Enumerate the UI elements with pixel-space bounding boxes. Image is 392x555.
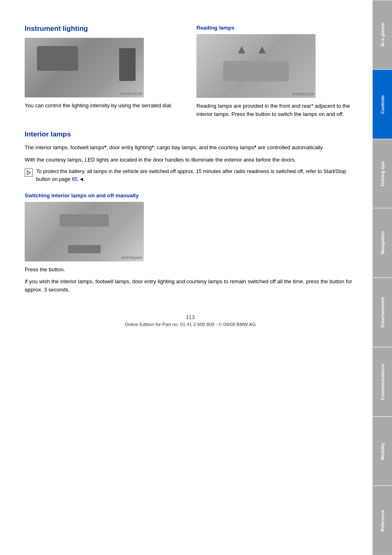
switching-lamps-title: Switching interior lamps on and off manu… — [25, 192, 356, 199]
instrument-lighting-image: W02RC2C06 — [25, 38, 144, 97]
sidebar-tab-controls-label: Controls — [380, 95, 385, 113]
right-sidebar: At a glance Controls Driving tips Naviga… — [372, 0, 392, 555]
page-footer: 113 Online Edition for Part no. 01 41 2 … — [25, 310, 356, 327]
sidebar-tab-reference[interactable]: Reference — [373, 486, 392, 555]
sidebar-tab-driving-tips-label: Driving tips — [380, 161, 385, 186]
note-icon — [25, 169, 33, 177]
reading-lamps-section: Reading lamps W02RC2C06 Reading lamps ar… — [196, 25, 356, 122]
interior-lamps-para2: With the courtesy lamps, LED lights are … — [25, 156, 356, 164]
page-number: 113 — [25, 314, 356, 320]
interior-lamps-section: Interior lamps The interior lamps, footw… — [25, 130, 356, 187]
sidebar-tab-communications[interactable]: Communications — [373, 347, 392, 416]
switching-lamps-image: W0P09Q409 — [25, 202, 144, 261]
page-ref-link[interactable]: 65 — [72, 176, 78, 182]
sidebar-tab-entertainment-label: Entertainment — [380, 297, 385, 328]
reading-lamps-title: Reading lamps — [196, 25, 356, 31]
sidebar-tab-navigation-label: Navigation — [380, 231, 385, 254]
instrument-image-label: W02RC2C06 — [120, 92, 142, 96]
instrument-lighting-section: Instrument lighting W02RC2C06 You can co… — [25, 25, 184, 122]
top-section: Instrument lighting W02RC2C06 You can co… — [25, 25, 356, 122]
switching-lamps-para2: If you wish the interior lamps, footwell… — [25, 278, 356, 294]
sidebar-tab-at-a-glance-label: At a glance — [380, 23, 385, 47]
svg-marker-0 — [27, 171, 30, 175]
note-box: To protect the battery, all lamps in the… — [25, 168, 356, 187]
switching-image-label: W0P09Q409 — [121, 256, 142, 260]
sidebar-tab-driving-tips[interactable]: Driving tips — [373, 139, 392, 208]
sidebar-tab-controls[interactable]: Controls — [373, 69, 392, 139]
sidebar-tab-communications-label: Communications — [380, 363, 385, 400]
sidebar-tab-at-a-glance[interactable]: At a glance — [373, 0, 392, 69]
note-text: To protect the battery, all lamps in the… — [36, 168, 356, 183]
instrument-lighting-description: You can control the lighting intensity b… — [25, 102, 184, 110]
reading-lamps-description: Reading lamps are provided in the front … — [196, 102, 356, 118]
main-content: Instrument lighting W02RC2C06 You can co… — [0, 0, 372, 555]
sidebar-tab-mobility-label: Mobility — [380, 443, 385, 460]
sidebar-tab-entertainment[interactable]: Entertainment — [373, 278, 392, 347]
sidebar-tab-reference-label: Reference — [380, 510, 385, 532]
switching-lamps-section: Switching interior lamps on and off manu… — [25, 192, 356, 294]
reading-lamps-image: W02RC2C06 — [196, 34, 316, 98]
sidebar-tab-navigation[interactable]: Navigation — [373, 208, 392, 278]
instrument-lighting-title: Instrument lighting — [25, 25, 184, 33]
interior-lamps-para1: The interior lamps, footwell lamps*, doo… — [25, 143, 356, 152]
sidebar-tab-mobility[interactable]: Mobility — [373, 416, 392, 486]
reading-image-label: W02RC2C06 — [292, 92, 314, 96]
interior-lamps-title: Interior lamps — [25, 130, 356, 139]
footer-text: Online Edition for Part no. 01 41 2 600 … — [125, 322, 256, 327]
switching-lamps-para1: Press the button. — [25, 266, 356, 274]
